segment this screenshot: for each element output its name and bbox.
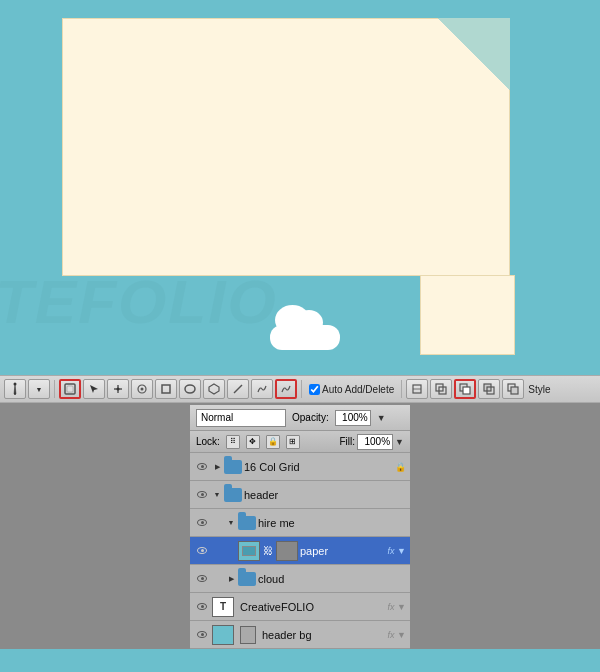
eye-icon[interactable] — [194, 543, 210, 559]
layer-row[interactable]: T CreativeFOLIO fx ▼ — [190, 593, 410, 621]
sep1 — [54, 380, 55, 398]
fx-badge: fx ▼ — [388, 546, 406, 556]
eye-icon[interactable] — [194, 459, 210, 475]
path-ops-button[interactable] — [430, 379, 452, 399]
layer-name: 16 Col Grid — [244, 461, 393, 473]
layer-thumbnail-monitor — [238, 541, 260, 561]
path-ops-button3[interactable] — [478, 379, 500, 399]
rect-button[interactable] — [155, 379, 177, 399]
folder-icon — [224, 460, 242, 474]
anchor-button2[interactable] — [131, 379, 153, 399]
layer-row[interactable]: ▼ header — [190, 481, 410, 509]
layer-row[interactable]: ▼ hire me — [190, 509, 410, 537]
layer-name: CreativeFOLIO — [240, 601, 386, 613]
fx-badge: fx ▼ — [388, 630, 406, 640]
fill-label: Fill: — [340, 436, 356, 447]
opacity-arrow[interactable]: ▼ — [377, 413, 386, 423]
svg-point-8 — [185, 385, 195, 393]
svg-rect-20 — [511, 387, 518, 394]
lock-position-icon[interactable]: ✥ — [246, 435, 260, 449]
fx-badge: fx ▼ — [388, 602, 406, 612]
lock-artboard-icon[interactable]: ⊞ — [286, 435, 300, 449]
lock-all-icon[interactable]: 🔒 — [266, 435, 280, 449]
svg-rect-2 — [67, 386, 73, 392]
lock-pixels-icon[interactable]: ⠿ — [226, 435, 240, 449]
layer-name: hire me — [258, 517, 406, 529]
layers-blend-row: Normal Opacity: ▼ — [190, 405, 410, 431]
convert-point-button[interactable] — [406, 379, 428, 399]
sep2 — [301, 380, 302, 398]
pen-toolbar: ▼ Auto Add/Delete — [0, 375, 600, 403]
paper-small — [420, 275, 515, 355]
fill-arrow[interactable]: ▼ — [395, 437, 404, 447]
paper-corner — [438, 18, 510, 90]
layer-name: header bg — [262, 629, 386, 641]
auto-add-label: Auto Add/Delete — [309, 384, 394, 395]
expand-arrow[interactable]: ▼ — [212, 490, 222, 500]
fill-row: Fill: ▼ — [340, 434, 404, 450]
add-anchor-button[interactable] — [107, 379, 129, 399]
layers-panel: Normal Opacity: ▼ Lock: ⠿ ✥ 🔒 ⊞ Fill: ▼ … — [190, 405, 410, 649]
layer-thumbnail-bg — [212, 625, 234, 645]
layer-name: header — [244, 489, 406, 501]
svg-rect-16 — [463, 387, 470, 394]
opacity-input[interactable] — [335, 410, 371, 426]
eye-icon[interactable] — [194, 571, 210, 587]
line-button[interactable] — [227, 379, 249, 399]
lock-label: Lock: — [196, 436, 220, 447]
path-select-button[interactable] — [59, 379, 81, 399]
blend-mode-select[interactable]: Normal — [196, 409, 286, 427]
layer-row[interactable]: ▶ cloud — [190, 565, 410, 593]
svg-point-6 — [141, 388, 144, 391]
ellipse-button[interactable] — [179, 379, 201, 399]
eye-icon[interactable] — [194, 627, 210, 643]
shape-dropdown-button[interactable] — [275, 379, 297, 399]
eye-icon[interactable] — [194, 599, 210, 615]
pen-freeform-button[interactable] — [251, 379, 273, 399]
pen-tool-button[interactable] — [4, 379, 26, 399]
layer-thumbnail-mask — [276, 541, 298, 561]
brand-text: TEFOLIO — [0, 266, 278, 337]
layers-lock-row: Lock: ⠿ ✥ 🔒 ⊞ Fill: ▼ — [190, 431, 410, 453]
path-ops-button2[interactable] — [454, 379, 476, 399]
style-label: Style — [528, 384, 550, 395]
svg-point-4 — [117, 388, 120, 391]
svg-rect-7 — [162, 385, 170, 393]
path-ops-button4[interactable] — [502, 379, 524, 399]
expand-arrow[interactable]: ▶ — [226, 574, 236, 584]
opacity-label: Opacity: — [292, 412, 329, 423]
cloud-body — [270, 325, 340, 350]
svg-marker-3 — [90, 385, 98, 393]
eye-icon[interactable] — [194, 515, 210, 531]
svg-point-0 — [14, 383, 17, 386]
pen-dropdown[interactable]: ▼ — [28, 379, 50, 399]
direct-select-button[interactable] — [83, 379, 105, 399]
folder-icon — [238, 572, 256, 586]
fill-input[interactable] — [357, 434, 393, 450]
layer-row[interactable]: ▶ 16 Col Grid 🔒 — [190, 453, 410, 481]
sep3 — [401, 380, 402, 398]
expand-arrow[interactable]: ▼ — [226, 518, 236, 528]
chain-icon: ⛓ — [263, 545, 273, 556]
eye-icon[interactable] — [194, 487, 210, 503]
auto-add-checkbox[interactable] — [309, 384, 320, 395]
layer-name: paper — [300, 545, 386, 557]
layer-row-selected[interactable]: ⛓ paper fx ▼ — [190, 537, 410, 565]
polygon-button[interactable] — [203, 379, 225, 399]
folder-icon — [224, 488, 242, 502]
lock-badge: 🔒 — [395, 462, 406, 472]
folder-icon — [238, 516, 256, 530]
svg-line-10 — [234, 385, 242, 393]
monitor-screen — [242, 546, 256, 556]
svg-marker-9 — [209, 384, 219, 394]
layer-name: cloud — [258, 573, 406, 585]
canvas: TEFOLIO — [0, 0, 600, 375]
panel-wrapper: Normal Opacity: ▼ Lock: ⠿ ✥ 🔒 ⊞ Fill: ▼ … — [0, 403, 600, 649]
layer-row[interactable]: header bg fx ▼ — [190, 621, 410, 649]
expand-arrow[interactable]: ▶ — [212, 462, 222, 472]
corner-fold — [438, 18, 510, 90]
layer-thumbnail-mask2 — [240, 626, 256, 644]
layer-thumbnail-text: T — [212, 597, 234, 617]
